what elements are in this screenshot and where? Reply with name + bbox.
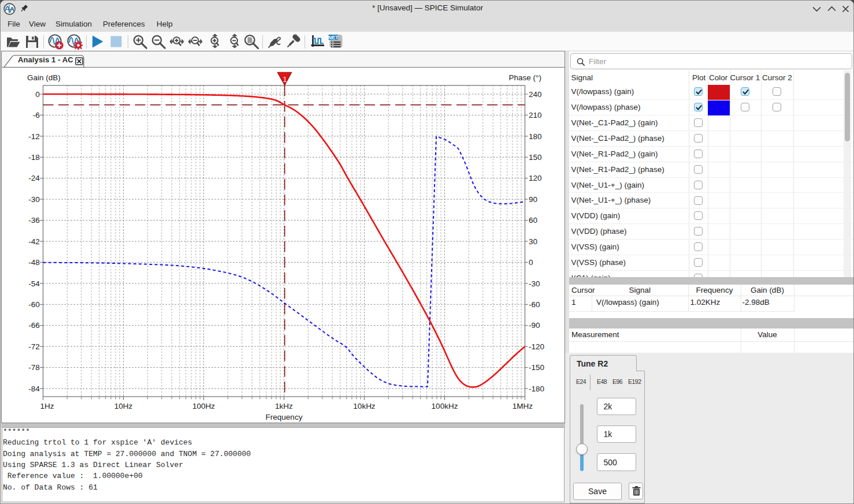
svg-text:-30: -30 xyxy=(529,279,540,288)
svg-text:-84: -84 xyxy=(28,384,40,393)
svg-text:-48: -48 xyxy=(28,258,40,267)
svg-text:-24: -24 xyxy=(28,174,40,182)
svg-text:0: 0 xyxy=(35,90,40,99)
svg-text:1Hz: 1Hz xyxy=(40,402,54,410)
svg-text:NET: NET xyxy=(328,35,339,40)
svg-text:120: 120 xyxy=(529,174,542,182)
svg-text:Gain (dB): Gain (dB) xyxy=(27,73,61,82)
svg-text:-18: -18 xyxy=(28,153,40,162)
svg-text:-66: -66 xyxy=(28,321,40,330)
svg-text:Frequency: Frequency xyxy=(266,413,303,421)
svg-text:90: 90 xyxy=(529,195,537,204)
svg-text:60: 60 xyxy=(529,216,537,225)
svg-text:-42: -42 xyxy=(28,237,40,246)
svg-text:210: 210 xyxy=(529,111,542,120)
svg-text:1: 1 xyxy=(283,75,287,84)
svg-text:-54: -54 xyxy=(28,279,40,288)
svg-text:10Hz: 10Hz xyxy=(114,402,133,410)
svg-text:240: 240 xyxy=(529,90,542,99)
svg-text:-90: -90 xyxy=(529,321,540,330)
svg-text:-60: -60 xyxy=(28,300,40,309)
svg-text:Phase (°): Phase (°) xyxy=(509,73,541,82)
svg-text:-120: -120 xyxy=(529,342,544,351)
svg-text:100Hz: 100Hz xyxy=(192,402,215,410)
svg-text:-36: -36 xyxy=(28,216,40,225)
svg-text:0: 0 xyxy=(529,258,533,267)
svg-text:-72: -72 xyxy=(28,342,40,351)
svg-text:1MHz: 1MHz xyxy=(513,402,533,410)
svg-text:-12: -12 xyxy=(28,132,40,141)
svg-text:180: 180 xyxy=(529,132,542,141)
svg-text:-60: -60 xyxy=(529,300,540,309)
svg-text:10kHz: 10kHz xyxy=(353,402,376,410)
svg-text:30: 30 xyxy=(529,237,537,246)
svg-text:-150: -150 xyxy=(529,363,544,372)
svg-text:150: 150 xyxy=(529,153,542,162)
svg-text:100kHz: 100kHz xyxy=(432,402,458,410)
svg-text:-30: -30 xyxy=(28,195,40,204)
svg-text:-180: -180 xyxy=(529,384,544,393)
svg-text:-78: -78 xyxy=(28,363,40,372)
svg-text:1kHz: 1kHz xyxy=(275,402,293,410)
svg-text:-6: -6 xyxy=(33,111,40,120)
